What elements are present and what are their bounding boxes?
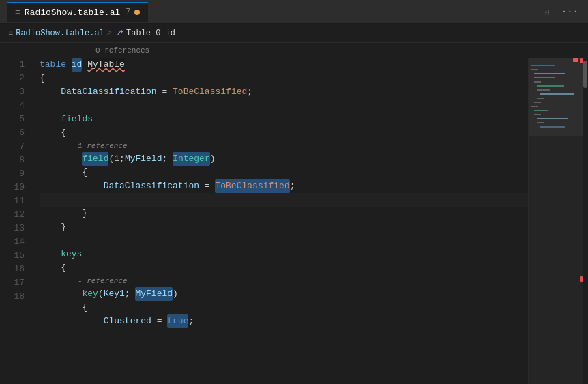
cursor-caret <box>104 195 104 205</box>
code-line-13 <box>40 234 528 248</box>
code-line-12: } <box>40 220 528 234</box>
vertical-scrollbar[interactable] <box>583 58 588 384</box>
line-num-15: 15 <box>0 249 25 263</box>
keyword-table: table <box>40 58 72 72</box>
semi-field-1: ; <box>119 152 125 166</box>
indent-9 <box>40 179 104 193</box>
data-classification-kw-2: DataClassification <box>104 179 199 193</box>
active-tab[interactable]: ≡ RadioShow.table.al 7 <box>7 2 148 22</box>
reference-count: 0 references <box>95 46 149 55</box>
keyword-field: field <box>82 152 108 166</box>
indent-15 <box>40 261 61 275</box>
semi-3: ; <box>188 314 194 328</box>
code-line-7: field(1;MyField; Integer) <box>40 152 528 166</box>
line-num-12: 12 <box>0 208 25 222</box>
indent-7 <box>40 152 82 166</box>
field-type: Integer <box>173 152 210 166</box>
clustered-kw: Clustered <box>104 314 151 328</box>
code-line-11: } <box>40 207 528 220</box>
highlight-mytable: MyTable <box>87 58 125 72</box>
indent-5 <box>40 113 61 126</box>
line-num-8: 8 <box>0 153 25 167</box>
indent-10 <box>40 193 104 207</box>
title-bar: ≡ RadioShow.table.al 7 ⊡ ··· <box>0 0 588 24</box>
semi-field-2: ; <box>162 152 173 166</box>
indent-3 <box>40 85 61 99</box>
svg-rect-18 <box>529 58 583 136</box>
value-true: true <box>167 314 188 328</box>
open-brace-2: { <box>61 126 66 140</box>
equals-2: = <box>199 179 215 193</box>
line-num-18: 18 <box>0 290 25 304</box>
indent-17 <box>40 301 82 314</box>
line-num-10: 10 <box>0 181 25 194</box>
key-name: Key1 <box>104 287 125 301</box>
code-line-2: { <box>40 72 528 85</box>
tab-filename: RadioShow.table.al <box>25 8 120 18</box>
line-num-2: 2 <box>0 72 25 85</box>
space <box>82 58 87 72</box>
line-num-11: 11 <box>0 194 25 208</box>
breadcrumb-current: Table 0 id <box>126 29 175 38</box>
equals-3: = <box>151 314 167 328</box>
code-line-9: DataClassification = ToBeClassified; <box>40 179 528 193</box>
code-line-4 <box>40 99 528 113</box>
line-num-17: 17 <box>0 276 25 290</box>
indent-18 <box>40 314 104 328</box>
open-brace-5: { <box>82 301 87 314</box>
tab-group: ≡ RadioShow.table.al 7 <box>7 2 540 22</box>
semi-key: ; <box>125 287 136 301</box>
minimap <box>528 58 583 384</box>
code-line-5: fields <box>40 113 528 126</box>
indent-16 <box>40 287 82 301</box>
close-brace-3: } <box>82 207 87 220</box>
indent-6 <box>40 126 61 140</box>
ref-hint-line-7: 1 reference <box>45 140 528 152</box>
semi-2: ; <box>290 179 295 193</box>
ref-hint-line-16: - reference <box>40 275 528 287</box>
code-line-10 <box>40 193 528 207</box>
code-line-18: Clustered = true; <box>40 314 528 328</box>
code-line-6: { <box>40 126 528 140</box>
line-num-9: 9 <box>0 167 25 181</box>
highlight-id: id <box>72 58 83 72</box>
open-brace-1: { <box>40 72 45 85</box>
open-brace-4: { <box>61 261 66 275</box>
field-myfield: MyField <box>125 152 162 166</box>
code-line-15: { <box>40 261 528 275</box>
toolbar-right: ⊡ ··· <box>540 5 581 19</box>
line-num-5: 5 <box>0 113 25 126</box>
error-marker-top <box>580 58 583 63</box>
scrollbar-thumb[interactable] <box>583 61 587 88</box>
line-num-14: 14 <box>0 235 25 249</box>
minimap-svg <box>529 58 583 384</box>
code-content[interactable]: table id MyTable { DataClassification = … <box>34 58 528 384</box>
breadcrumb-file[interactable]: RadioShow.table.al <box>16 29 104 38</box>
reference-bar: 0 references <box>0 43 588 58</box>
keyword-fields: fields <box>61 113 93 126</box>
keyword-key: key <box>82 287 98 301</box>
split-editor-icon[interactable]: ⊡ <box>540 5 551 19</box>
breadcrumb-nav-icon: ⎇ <box>115 29 123 38</box>
indent-11 <box>40 207 82 220</box>
paren-close-16: ) <box>173 287 178 301</box>
paren-open-16: ( <box>98 287 104 301</box>
line-num-6: 6 <box>0 126 25 140</box>
line-num-7: 7 <box>0 140 25 153</box>
line-num-1: 1 <box>0 58 25 72</box>
ref-hint-16: - reference <box>40 274 128 288</box>
code-line-8: { <box>40 166 528 179</box>
tobeclassified-2: ToBeClassified <box>215 179 289 193</box>
breadcrumb: ≡ RadioShow.table.al > ⎇ Table 0 id <box>0 24 588 43</box>
ref-hint-7: 1 reference <box>45 139 128 153</box>
tab-number: 7 <box>126 8 130 17</box>
close-brace-2: } <box>61 220 66 234</box>
more-actions-icon[interactable]: ··· <box>559 5 581 18</box>
code-line-14: keys <box>40 248 528 261</box>
paren-close-7: ) <box>210 152 216 166</box>
data-classification-kw-1: DataClassification <box>61 85 156 99</box>
breadcrumb-separator: > <box>107 29 112 38</box>
code-line-3: DataClassification = ToBeClassified; <box>40 85 528 99</box>
error-marker-bottom <box>580 276 583 282</box>
code-editor: 1 2 3 4 5 6 7 8 9 10 11 12 13 14 15 16 1… <box>0 58 588 384</box>
